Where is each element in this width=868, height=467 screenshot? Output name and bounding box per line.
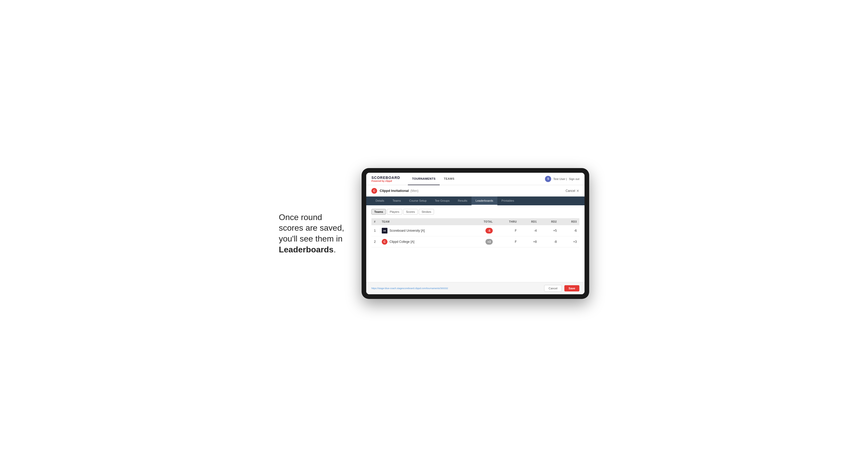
user-avatar: S [545, 176, 551, 182]
sub-nav-tab-details[interactable]: Details [371, 196, 389, 205]
table-header-row: # TEAM TOTAL THRU RD1 RD2 RD3 [371, 218, 579, 225]
table-row: 1 SB Scoreboard University [A] -5 F [371, 225, 579, 236]
score-badge-red: -5 [486, 228, 493, 234]
content-area: Teams Players Scores Strokes # TEAM TOTA… [366, 205, 585, 251]
footer-save-button[interactable]: Save [564, 285, 579, 291]
tournament-cancel-button[interactable]: Cancel ✕ [566, 189, 579, 193]
logo-area: SCOREBOARD Powered by clippd [371, 176, 400, 182]
app-footer: https://stage-blue-coach.stagescoreboard… [366, 282, 585, 294]
nav-tab-tournaments[interactable]: TOURNAMENTS [408, 173, 440, 185]
col-rd2: RD2 [539, 218, 559, 225]
rank-2: 2 [371, 236, 379, 247]
cancel-label: Cancel [566, 189, 575, 193]
col-total: TOTAL [469, 218, 495, 225]
rd2-2: -8 [539, 236, 559, 247]
thru-1: F [495, 225, 519, 236]
col-rank: # [371, 218, 379, 225]
tournament-subtitle: (Men) [410, 189, 418, 193]
sub-nav-tab-tee-groups[interactable]: Tee Groups [431, 196, 454, 205]
tournament-header: C Clippd Invitational (Men) Cancel ✕ [366, 185, 585, 196]
sign-out-link[interactable]: Sign out [569, 177, 579, 181]
sub-nav-tab-results[interactable]: Results [454, 196, 471, 205]
table-row: 2 C Clippd College [A] +3 F [371, 236, 579, 247]
tablet-screen: SCOREBOARD Powered by clippd TOURNAMENTS… [366, 173, 585, 294]
team-cell-2: C Clippd College [A] [379, 236, 469, 247]
tournament-icon: C [371, 188, 377, 194]
app-header: SCOREBOARD Powered by clippd TOURNAMENTS… [366, 173, 585, 185]
team-cell-1: SB Scoreboard University [A] [379, 225, 469, 236]
team-logo-sb: SB [382, 228, 388, 234]
user-name: Test User | [553, 177, 567, 181]
footer-cancel-button[interactable]: Cancel [544, 285, 562, 292]
sub-nav-tab-teams[interactable]: Teams [389, 196, 405, 205]
sidebar-text-content: Once round scores are saved, you'll see … [279, 213, 344, 254]
rd2-1: +5 [539, 225, 559, 236]
rd1-1: -4 [519, 225, 539, 236]
rank-1: 1 [371, 225, 379, 236]
main-nav: TOURNAMENTS TEAMS [408, 173, 545, 185]
rd1-2: +8 [519, 236, 539, 247]
thru-2: F [495, 236, 519, 247]
page-wrapper: Once round scores are saved, you'll see … [279, 168, 589, 299]
toggle-group: Teams Players Scores Strokes [371, 209, 579, 215]
close-icon: ✕ [576, 189, 579, 193]
sub-nav-tab-leaderboards[interactable]: Leaderboards [471, 196, 497, 205]
tablet-frame: SCOREBOARD Powered by clippd TOURNAMENTS… [362, 168, 589, 299]
team-name-1: Scoreboard University [A] [390, 229, 425, 232]
total-2: +3 [469, 236, 495, 247]
tournament-title: Clippd Invitational [380, 189, 409, 193]
total-1: -5 [469, 225, 495, 236]
rd3-1: -6 [559, 225, 579, 236]
logo-sub-prefix: Powered by [371, 180, 385, 182]
footer-url: https://stage-blue-coach.stagescoreboard… [371, 287, 448, 290]
sub-nav-tab-course-setup[interactable]: Course Setup [405, 196, 431, 205]
header-right: S Test User | Sign out [545, 176, 579, 182]
col-rd3: RD3 [559, 218, 579, 225]
content-spacer [366, 251, 585, 282]
sub-nav-tab-printables[interactable]: Printables [497, 196, 518, 205]
nav-tab-teams[interactable]: TEAMS [440, 173, 459, 185]
logo-sub-brand: clippd [385, 180, 392, 182]
sub-nav: Details Teams Course Setup Tee Groups Re… [366, 196, 585, 205]
logo-sub: Powered by clippd [371, 180, 400, 182]
rd3-2: +3 [559, 236, 579, 247]
col-rd1: RD1 [519, 218, 539, 225]
col-thru: THRU [495, 218, 519, 225]
col-team: TEAM [379, 218, 469, 225]
score-badge-gray: +3 [486, 239, 493, 245]
team-name-2: Clippd College [A] [390, 240, 414, 244]
sidebar-text: Once round scores are saved, you'll see … [279, 212, 346, 255]
leaderboard-table: # TEAM TOTAL THRU RD1 RD2 RD3 1 [371, 218, 579, 247]
toggle-players[interactable]: Players [387, 209, 402, 215]
toggle-strokes[interactable]: Strokes [419, 209, 434, 215]
logo-title: SCOREBOARD [371, 176, 400, 180]
toggle-teams[interactable]: Teams [371, 209, 386, 215]
team-logo-c: C [382, 239, 388, 245]
sidebar-period: . [334, 245, 336, 254]
sidebar-bold: Leaderboards [279, 245, 334, 254]
toggle-scores[interactable]: Scores [403, 209, 418, 215]
